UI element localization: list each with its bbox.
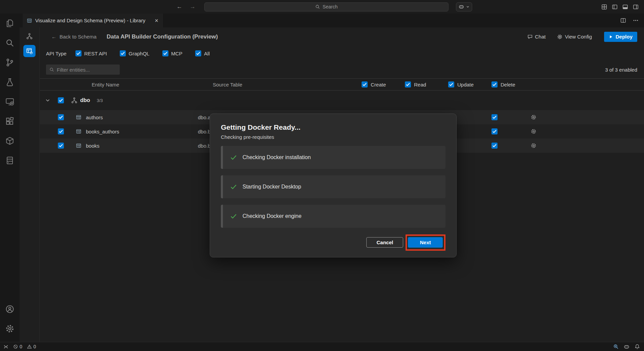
column-create: Create xyxy=(362,81,386,87)
cancel-button[interactable]: Cancel xyxy=(366,237,403,248)
error-circle-icon xyxy=(13,344,18,349)
search-sidebar-icon[interactable] xyxy=(2,35,18,51)
warning-count: 0 xyxy=(33,344,36,349)
table-grid-icon xyxy=(76,143,82,149)
row-enable-checkbox[interactable] xyxy=(58,114,64,120)
row-enable-checkbox[interactable] xyxy=(58,128,64,134)
copilot-chat-button[interactable] xyxy=(456,2,472,11)
source-control-icon[interactable] xyxy=(2,54,18,71)
title-bar: ← → Search xyxy=(0,0,644,14)
dialog-title: Getting Docker Ready... xyxy=(221,123,445,131)
row-settings-gear-icon[interactable] xyxy=(531,143,536,149)
dialog-subtitle: Checking pre-requisites xyxy=(221,134,445,140)
entity-name: books_authors xyxy=(86,129,119,134)
nav-forward-icon[interactable]: → xyxy=(190,3,196,10)
table-grid-icon xyxy=(76,115,82,120)
chevron-down-icon[interactable] xyxy=(45,98,50,103)
row-enable-checkbox[interactable] xyxy=(58,143,64,149)
explorer-icon[interactable] xyxy=(2,15,18,31)
row-settings-gear-icon[interactable] xyxy=(531,129,536,134)
next-button[interactable]: Next xyxy=(408,237,443,248)
success-check-icon xyxy=(230,155,237,160)
all-checkbox[interactable] xyxy=(195,50,201,56)
step-docker-installation: Checking Docker installation xyxy=(221,146,445,169)
problems-errors[interactable]: 0 xyxy=(13,344,22,349)
read-all-checkbox[interactable] xyxy=(405,81,411,87)
toggle-secondary-sidebar-icon[interactable] xyxy=(633,4,639,10)
schema-icon xyxy=(71,97,77,104)
mcp-label: MCP xyxy=(171,51,182,56)
step-label: Checking Docker installation xyxy=(243,154,311,160)
mcp-checkbox[interactable] xyxy=(162,50,168,56)
delete-column-label: Delete xyxy=(501,82,515,87)
warning-triangle-icon xyxy=(27,344,32,349)
update-all-checkbox[interactable] xyxy=(448,81,454,87)
activity-bar xyxy=(0,14,20,342)
option-rest-api: REST API xyxy=(75,50,107,56)
deploy-label: Deploy xyxy=(616,34,632,40)
copilot-icon xyxy=(459,4,464,9)
group-checkbox[interactable] xyxy=(58,97,64,103)
page-title: Data API Builder Configuration (Preview) xyxy=(107,33,218,40)
success-check-icon xyxy=(230,184,237,190)
view-config-button[interactable]: View Config xyxy=(557,34,592,40)
database-icon[interactable] xyxy=(2,152,18,169)
back-label: Back to Schema xyxy=(60,34,96,40)
chat-icon xyxy=(527,34,533,40)
column-entity-name: Entity Name xyxy=(92,82,119,87)
group-name: dbo xyxy=(80,97,90,103)
zoom-magnifier-icon[interactable] xyxy=(613,344,619,349)
step-docker-engine: Checking Docker engine xyxy=(221,205,445,228)
step-docker-desktop: Starting Docker Desktop xyxy=(221,175,445,198)
webview-rail xyxy=(20,27,40,342)
extensions-icon[interactable] xyxy=(2,113,18,129)
update-column-label: Update xyxy=(457,82,474,87)
back-to-schema-link[interactable]: ← Back to Schema xyxy=(51,34,96,40)
problems-warnings[interactable]: 0 xyxy=(27,344,36,349)
test-beaker-icon[interactable] xyxy=(2,74,18,90)
arrow-left-icon: ← xyxy=(51,34,56,40)
schema-designer-icon[interactable] xyxy=(23,29,36,43)
copilot-status-icon[interactable] xyxy=(624,344,629,350)
search-placeholder: Search xyxy=(323,4,338,9)
row-settings-gear-icon[interactable] xyxy=(531,115,536,120)
account-icon[interactable] xyxy=(2,301,18,317)
step-label: Checking Docker engine xyxy=(243,213,301,219)
create-column-label: Create xyxy=(371,82,386,87)
deploy-button[interactable]: Deploy xyxy=(604,32,637,42)
delete-checkbox[interactable] xyxy=(491,143,498,149)
nav-back-icon[interactable]: ← xyxy=(177,3,182,10)
toggle-primary-sidebar-icon[interactable] xyxy=(612,4,618,10)
entity-name: authors xyxy=(86,115,103,120)
filter-entities-input[interactable] xyxy=(46,65,120,75)
settings-gear-icon[interactable] xyxy=(2,321,18,337)
more-actions-icon[interactable] xyxy=(633,18,639,23)
entity-name: books xyxy=(86,143,99,149)
tab-strip: Visualize and Design Schema (Preview) - … xyxy=(20,14,644,27)
create-all-checkbox[interactable] xyxy=(362,81,368,87)
tab-visualize-schema[interactable]: Visualize and Design Schema (Preview) - … xyxy=(23,14,163,27)
graphql-label: GraphQL xyxy=(129,51,150,56)
notifications-bell-icon[interactable] xyxy=(635,344,640,349)
all-label: All xyxy=(204,51,210,56)
remote-explorer-icon[interactable] xyxy=(2,94,18,110)
table-grid-icon xyxy=(76,129,82,134)
graphql-checkbox[interactable] xyxy=(120,50,126,56)
delete-checkbox[interactable] xyxy=(491,128,498,134)
close-icon[interactable]: × xyxy=(155,18,158,24)
dab-config-icon[interactable] xyxy=(23,45,36,57)
toggle-panel-icon[interactable] xyxy=(622,4,628,10)
search-input[interactable]: Search xyxy=(204,2,448,11)
rest-api-checkbox[interactable] xyxy=(75,50,82,56)
api-type-label: API Type xyxy=(46,51,75,56)
step-label: Starting Docker Desktop xyxy=(243,184,301,190)
delete-all-checkbox[interactable] xyxy=(491,81,498,87)
customize-layout-icon[interactable] xyxy=(601,4,607,10)
delete-checkbox[interactable] xyxy=(491,114,498,120)
remote-indicator-icon[interactable] xyxy=(3,344,8,349)
chat-button[interactable]: Chat xyxy=(527,34,546,40)
split-editor-icon[interactable] xyxy=(620,18,626,23)
chevron-down-icon xyxy=(466,5,469,8)
package-cube-icon[interactable] xyxy=(2,133,18,149)
entities-table-header: Entity Name Source Table Create Read Upd… xyxy=(40,78,644,91)
